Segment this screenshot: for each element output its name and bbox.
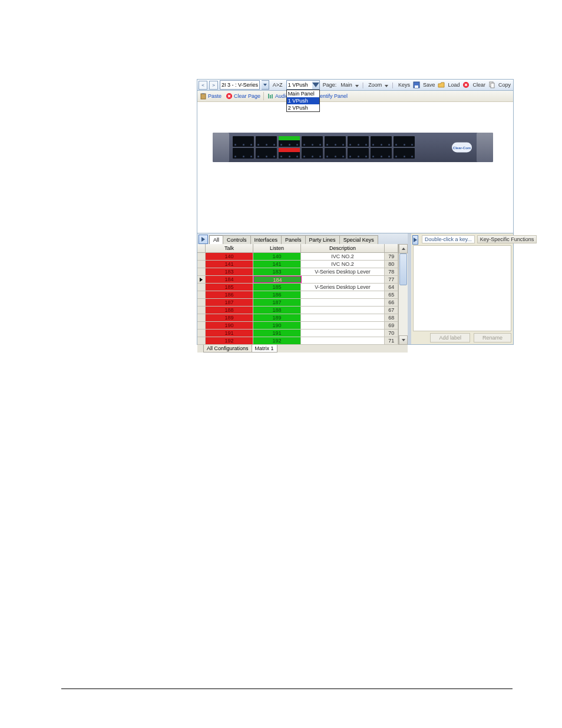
listen-cell[interactable]: 140 — [253, 253, 301, 260]
next-button[interactable]: > — [209, 81, 218, 90]
table-row[interactable]: 18918968 — [197, 314, 398, 322]
description-cell[interactable] — [301, 322, 385, 329]
combo-option[interactable]: 2 VPush — [287, 104, 319, 111]
row-selector[interactable] — [197, 268, 206, 275]
zoom-caret[interactable] — [385, 82, 388, 88]
row-selector[interactable] — [197, 299, 206, 306]
row-selector[interactable] — [197, 253, 206, 260]
description-cell[interactable] — [301, 299, 385, 306]
row-selector[interactable] — [197, 284, 206, 291]
panel-key[interactable] — [371, 148, 392, 159]
panel-key[interactable] — [279, 136, 300, 147]
title-dropdown-arrow[interactable] — [262, 80, 269, 90]
panel-title-combo[interactable]: 2I 3 - : V-Series 2RU Push: 'No Descript… — [220, 80, 260, 90]
row-selector[interactable] — [197, 261, 206, 268]
table-row[interactable]: 18418477 — [197, 276, 398, 284]
description-cell[interactable] — [301, 330, 385, 337]
talk-cell[interactable]: 190 — [206, 322, 253, 329]
talk-cell[interactable]: 184 — [206, 276, 253, 283]
table-row[interactable]: 183183V-Series Desktop Lever78 — [197, 268, 398, 276]
listen-cell[interactable]: 187 — [253, 299, 301, 306]
listen-cell[interactable]: 191 — [253, 330, 301, 337]
page-caret[interactable] — [355, 82, 359, 88]
header-description[interactable]: Description — [301, 244, 385, 252]
table-row[interactable]: 19219271 — [197, 337, 398, 345]
talk-cell[interactable]: 187 — [206, 299, 253, 306]
row-selector[interactable] — [197, 330, 206, 337]
panel-key[interactable] — [325, 136, 346, 147]
description-cell[interactable]: IVC NO.2 — [301, 261, 385, 268]
table-row[interactable]: 18818867 — [197, 307, 398, 314]
description-cell[interactable] — [301, 314, 385, 321]
page-value[interactable]: Main — [339, 82, 353, 88]
talk-cell[interactable]: 185 — [206, 284, 253, 291]
talk-cell[interactable]: 141 — [206, 261, 253, 268]
table-row[interactable]: 19119170 — [197, 330, 398, 337]
description-cell[interactable] — [301, 291, 385, 298]
table-row[interactable]: 18618665 — [197, 291, 398, 299]
rename-button[interactable]: Rename — [474, 333, 511, 342]
add-label-button[interactable]: Add label — [430, 333, 470, 342]
clear-button[interactable]: Clear — [471, 82, 487, 88]
listen-cell[interactable]: 188 — [253, 307, 301, 314]
listen-cell[interactable]: 189 — [253, 314, 301, 321]
scroll-track[interactable] — [399, 253, 408, 335]
prev-button[interactable]: < — [199, 81, 207, 90]
vertical-scrollbar[interactable] — [398, 244, 408, 345]
table-row[interactable]: 141141IVC NO.280 — [197, 261, 398, 268]
tab-matrix-1[interactable]: Matrix 1 — [252, 345, 277, 353]
row-selector[interactable] — [197, 337, 206, 344]
description-cell[interactable]: V-Series Desktop Lever — [301, 268, 385, 275]
description-cell[interactable]: V-Series Desktop Lever — [301, 284, 385, 291]
talk-cell[interactable]: 183 — [206, 268, 253, 275]
combo-arrow[interactable] — [312, 80, 320, 90]
talk-cell[interactable]: 188 — [206, 307, 253, 314]
listen-cell[interactable]: 185 — [253, 284, 301, 291]
copy-button[interactable]: Copy — [497, 82, 512, 88]
tab-special-keys[interactable]: Special Keys — [339, 235, 378, 244]
talk-cell[interactable]: 140 — [206, 253, 253, 260]
panel-key[interactable] — [394, 148, 415, 159]
panel-key[interactable] — [256, 148, 277, 159]
table-row[interactable]: 185185V-Series Desktop Lever64 — [197, 284, 398, 291]
listen-cell[interactable]: 184 — [253, 276, 302, 283]
description-cell[interactable] — [301, 337, 385, 344]
listen-cell[interactable]: 190 — [253, 322, 301, 329]
header-talk[interactable]: Talk — [206, 244, 253, 252]
header-listen[interactable]: Listen — [253, 244, 301, 252]
talk-cell[interactable]: 192 — [206, 337, 253, 344]
listen-cell[interactable]: 183 — [253, 268, 301, 275]
panel-key[interactable] — [371, 136, 392, 147]
expansion-panel-combo[interactable]: 1 VPush Main Panel 1 VPush 2 VPush — [286, 80, 320, 90]
panel-key[interactable] — [394, 136, 415, 147]
scroll-down-button[interactable] — [399, 335, 408, 345]
row-selector[interactable] — [197, 307, 206, 314]
panel-key[interactable] — [233, 136, 254, 147]
listen-cell[interactable]: 192 — [253, 337, 301, 344]
tab-controls[interactable]: Controls — [223, 235, 251, 244]
panel-key[interactable] — [348, 148, 369, 159]
panel-key[interactable] — [302, 148, 323, 159]
description-cell[interactable]: IVC NO.2 — [301, 253, 385, 260]
tab-all-configurations[interactable]: All Configurations — [203, 345, 252, 353]
scroll-up-button[interactable] — [399, 244, 408, 253]
table-row[interactable]: 18718766 — [197, 299, 398, 307]
panel-key[interactable] — [325, 148, 346, 159]
table-row[interactable]: 140140IVC NO.279 — [197, 253, 398, 261]
load-button[interactable]: Load — [447, 82, 461, 88]
talk-cell[interactable]: 191 — [206, 330, 253, 337]
panel-key[interactable] — [279, 148, 300, 159]
tab-party-lines[interactable]: Party Lines — [305, 235, 340, 244]
tab-all[interactable]: All — [209, 235, 223, 244]
panel-key[interactable] — [256, 136, 277, 147]
talk-cell[interactable]: 189 — [206, 314, 253, 321]
panel-key[interactable] — [233, 148, 254, 159]
right-toggle[interactable] — [412, 235, 418, 245]
row-selector[interactable] — [197, 291, 206, 298]
tab-panels[interactable]: Panels — [281, 235, 306, 244]
listen-cell[interactable]: 141 — [253, 261, 301, 268]
combo-option[interactable]: Main Panel — [287, 90, 319, 97]
panel-key[interactable] — [302, 136, 323, 147]
talk-cell[interactable]: 186 — [206, 291, 253, 298]
table-row[interactable]: 19019069 — [197, 322, 398, 330]
